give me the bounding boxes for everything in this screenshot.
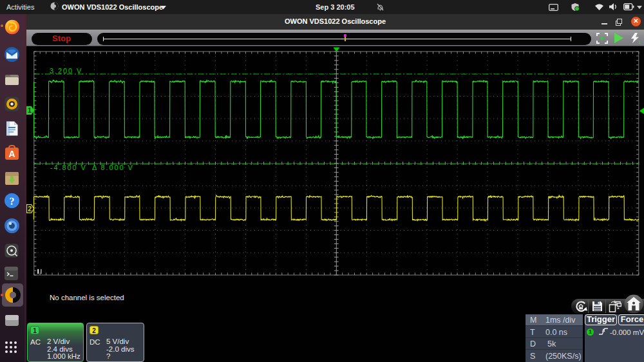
svg-text:Δ 8.000 V: Δ 8.000 V	[92, 164, 134, 171]
svg-text:1: 1	[638, 39, 641, 44]
svg-text:?: ?	[10, 196, 15, 207]
svg-text:2: 2	[28, 205, 32, 213]
svg-text:-4.800 V: -4.800 V	[50, 164, 87, 171]
svg-text:3.200 V: 3.200 V	[50, 67, 82, 75]
svg-text:1: 1	[28, 106, 32, 114]
svg-text:A: A	[8, 149, 15, 159]
